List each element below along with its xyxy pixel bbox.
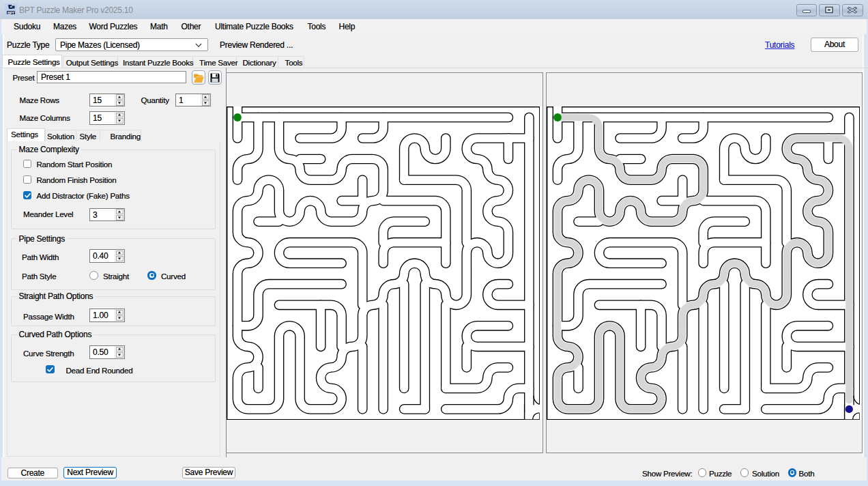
svg-text:BPT: BPT xyxy=(8,11,15,15)
